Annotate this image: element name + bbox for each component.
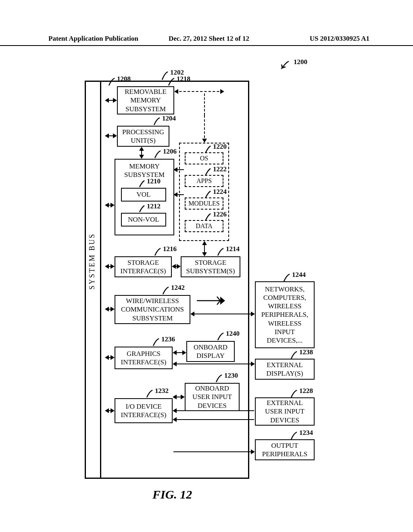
- removable-memory-box: REMOVABLE MEMORY SUBSYSTEM: [117, 86, 174, 114]
- ref-1210: 1210: [147, 177, 161, 185]
- leader-icon: [216, 247, 225, 257]
- apps-box: APPS: [185, 175, 223, 187]
- leader-icon: [152, 117, 161, 127]
- ref-1226: 1226: [213, 210, 227, 218]
- os-box: OS: [185, 152, 223, 164]
- arrow-icon: [141, 148, 142, 158]
- leader-icon: [215, 374, 223, 384]
- ref-1200: 1200: [294, 58, 307, 66]
- arrow-icon: [280, 60, 291, 71]
- arrow-icon: [174, 169, 184, 170]
- arrow-icon: [173, 397, 184, 397]
- ref-1208: 1208: [117, 75, 131, 83]
- ref-1222: 1222: [213, 165, 227, 173]
- storage-subsystem-box: STORAGE SUBSYSTEM(S): [181, 256, 240, 277]
- bus-label: SYSTEM BUS: [88, 233, 96, 290]
- output-peripherals-box: OUTPUT PERIPHERALS: [255, 439, 315, 460]
- header-right: US 2012/0330925 A1: [263, 35, 369, 43]
- external-display-box: EXTERNAL DISPLAY(S): [255, 359, 315, 380]
- arrow-icon: [191, 314, 254, 314]
- header-left: Patent Application Publication: [48, 35, 155, 43]
- comm-subsystem-box: WIRE/WIRELESS COMMUNICATIONS SUBSYSTEM: [115, 295, 190, 324]
- external-input-box: EXTERNAL USER INPUT DEVICES: [255, 397, 315, 426]
- leader-icon: [152, 338, 161, 347]
- ref-1236: 1236: [161, 335, 175, 343]
- ref-1228: 1228: [299, 387, 313, 395]
- leader-icon: [153, 247, 162, 257]
- arrow-icon: [204, 242, 205, 256]
- onboard-input-box: ONBOARD USER INPUT DEVICES: [185, 383, 240, 411]
- ref-1214: 1214: [226, 245, 240, 253]
- arrow-icon: [106, 135, 116, 136]
- nonvol-box: NON-VOL: [121, 213, 166, 227]
- leader-icon: [138, 180, 146, 189]
- system-bus: [100, 81, 106, 479]
- arrow-icon: [173, 451, 254, 452]
- arrow-icon: [106, 357, 114, 358]
- processing-units-box: PROCESSING UNIT(S): [117, 126, 169, 147]
- leader-icon: [138, 205, 146, 214]
- ref-1206: 1206: [163, 148, 177, 156]
- antenna-icon: [197, 295, 225, 307]
- arrow-icon: [173, 364, 254, 364]
- ref-1232: 1232: [155, 387, 169, 395]
- ref-1212: 1212: [147, 202, 161, 210]
- leader-icon: [107, 77, 116, 87]
- ref-1220: 1220: [213, 143, 227, 151]
- arrow-icon: [174, 194, 184, 195]
- page-header: Patent Application Publication Dec. 27, …: [0, 35, 413, 46]
- header-center: Dec. 27, 2012 Sheet 12 of 12: [155, 35, 262, 43]
- modules-box: MODULES: [185, 197, 223, 210]
- io-interface-box: I/O DEVICE INTERFACE(S): [115, 398, 173, 423]
- arrow-icon: [106, 309, 114, 310]
- leader-icon: [161, 286, 170, 296]
- ref-1238: 1238: [299, 348, 313, 356]
- dashed-arrow-icon: [175, 91, 223, 92]
- onboard-display-box: ONBOARD DISPLAY: [186, 341, 235, 362]
- ref-1230: 1230: [224, 372, 238, 380]
- leader-icon: [153, 150, 162, 160]
- arrow-icon: [106, 410, 114, 411]
- graphics-interface-box: GRAPHICS INTERFACE(S): [115, 347, 173, 369]
- arrow-icon: [106, 100, 116, 101]
- ref-1242: 1242: [171, 284, 185, 292]
- arrow-icon: [173, 419, 254, 420]
- storage-interface-box: STORAGE INTERFACE(S): [115, 256, 172, 277]
- vol-box: VOL: [121, 188, 166, 202]
- arrow-icon: [106, 266, 114, 267]
- ref-1244: 1244: [292, 271, 306, 279]
- dashed-line: [204, 94, 205, 115]
- mem-subsystem-label: MEMORY SUBSYSTEM: [124, 162, 165, 179]
- ref-1216: 1216: [163, 245, 177, 253]
- leader-icon: [167, 77, 176, 87]
- ref-1240: 1240: [226, 330, 240, 338]
- arrow-icon: [173, 352, 186, 353]
- arrow-icon: [173, 410, 254, 411]
- networks-box: NETWORKS, COMPUTERS, WIRELESS PERIPHERAL…: [255, 281, 315, 348]
- ref-1204: 1204: [162, 114, 176, 123]
- dashed-arrow-icon: [204, 115, 205, 142]
- ref-1234: 1234: [299, 429, 313, 437]
- figure-caption: FIG. 12: [152, 488, 192, 501]
- leader-icon: [145, 389, 154, 399]
- arrow-icon: [106, 205, 114, 206]
- ref-1224: 1224: [213, 188, 227, 196]
- arrow-icon: [173, 266, 180, 267]
- svg-marker-2: [220, 297, 225, 305]
- data-box: DATA: [185, 220, 223, 232]
- figure-canvas: 1200 1202 SYSTEM BUS 1208 REMOVABLE MEMO…: [0, 48, 413, 504]
- ref-1218: 1218: [177, 75, 190, 83]
- leader-icon: [216, 332, 225, 342]
